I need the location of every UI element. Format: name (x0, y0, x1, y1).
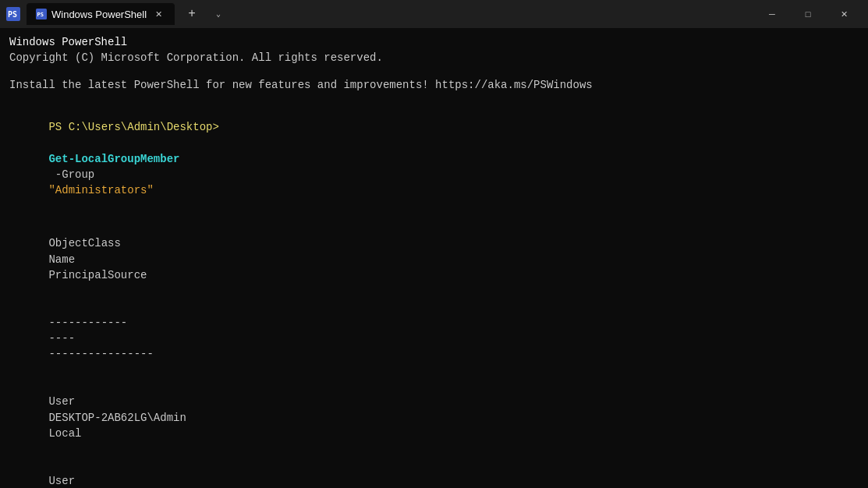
terminal-output[interactable]: Windows PowerShell Copyright (C) Microso… (0, 28, 868, 488)
cmd-param: -Group (48, 168, 101, 181)
active-tab[interactable]: PS Windows PowerShell ✕ (27, 3, 175, 25)
svg-text:PS: PS (8, 10, 17, 19)
close-button[interactable]: ✕ (826, 0, 862, 28)
sep3: ---------------- (48, 348, 153, 360)
window-controls: ─ □ ✕ (754, 0, 862, 28)
terminal-command-line: PS C:\Users\Admin\Desktop> Get-LocalGrou… (9, 104, 859, 214)
spacer-3 (9, 214, 859, 220)
tab-close-button[interactable]: ✕ (151, 7, 165, 21)
terminal-line-4: Install the latest PowerShell for new fe… (9, 77, 859, 93)
cmd-keyword: Get-LocalGroupMember (48, 153, 179, 165)
tab-ps-icon: PS (36, 9, 47, 19)
row2-col1: User (48, 473, 173, 488)
table-row-2: User DESKTOP-2AB62LG\Administrator Local (9, 457, 859, 488)
sep2: ---- (48, 331, 228, 346)
new-tab-button[interactable]: + (181, 3, 203, 25)
row1-col2: DESKTOP-2AB62LG\Admin (48, 410, 228, 426)
svg-text:PS: PS (37, 12, 44, 18)
tab-dropdown-button[interactable]: ⌄ (209, 3, 228, 25)
table-row-1: User DESKTOP-2AB62LG\Admin Local (9, 378, 859, 457)
prompt-1: PS C:\Users\Admin\Desktop> (48, 121, 218, 133)
row1-col3: Local (48, 427, 81, 440)
col3-header: PrincipalSource (48, 269, 147, 281)
titlebar: PS PS Windows PowerShell ✕ + ⌄ ─ □ ✕ (0, 0, 868, 28)
powershell-icon: PS (6, 7, 20, 21)
terminal-line-1: Windows PowerShell (9, 34, 859, 50)
table-separator-row: ------------ ---- ---------------- (9, 299, 859, 377)
row1-col1: User (48, 394, 173, 409)
sep1: ------------ (48, 315, 173, 331)
tab-label: Windows PowerShell (51, 9, 147, 20)
col1-header: ObjectClass (48, 235, 173, 251)
cmd-string: "Administrators" (48, 184, 153, 196)
col2-header: Name (48, 252, 228, 267)
maximize-button[interactable]: □ (790, 0, 826, 28)
spacer-2 (9, 93, 859, 104)
titlebar-left: PS PS Windows PowerShell ✕ + ⌄ (6, 3, 754, 25)
powershell-window: PS PS Windows PowerShell ✕ + ⌄ ─ □ ✕ (0, 0, 868, 488)
minimize-button[interactable]: ─ (754, 0, 790, 28)
spacer-1 (9, 66, 859, 77)
table-header-row: ObjectClass Name PrincipalSource (9, 220, 859, 299)
terminal-line-2: Copyright (C) Microsoft Corporation. All… (9, 50, 859, 65)
